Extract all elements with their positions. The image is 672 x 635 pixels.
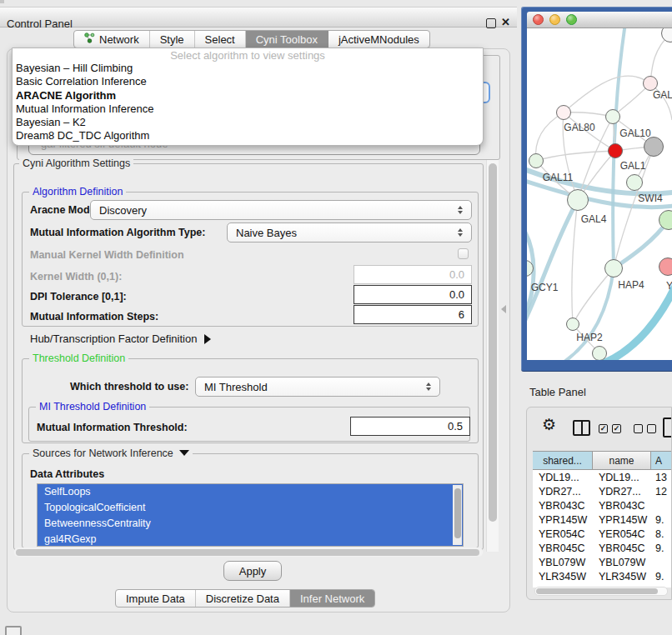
table-row[interactable]: YDL19...YDL19...13 (533, 470, 672, 484)
kernel-width-field[interactable]: 0.0 (354, 265, 472, 284)
network-node[interactable] (608, 143, 623, 158)
network-node[interactable] (592, 346, 607, 360)
table-row[interactable]: YBR045CYBR045C9. (533, 541, 672, 555)
table-row[interactable]: YBL079WYBL079W (533, 555, 672, 569)
attribute-list-item[interactable]: TopologicalCoefficient (38, 500, 463, 516)
collapsed-panel-icon[interactable] (5, 626, 22, 635)
table-row[interactable]: YPR145WYPR145W9. (533, 512, 672, 527)
panel-splitter-handle[interactable] (501, 305, 506, 313)
scrollbar-thumb[interactable] (16, 549, 479, 556)
tab-style[interactable]: Style (150, 31, 195, 48)
network-node[interactable] (644, 137, 664, 157)
network-window[interactable]: GALGAL80GAL10GAL1GAL11SWI4GAL4GCY1HAP4YH… (521, 7, 672, 372)
aracne-mode-combobox[interactable]: Discovery (90, 200, 472, 220)
network-node[interactable] (604, 259, 623, 278)
table-cell: 8. (651, 528, 672, 540)
which-threshold-combobox[interactable]: MI Threshold (195, 377, 440, 397)
table-horizontal-scrollbar[interactable] (534, 587, 668, 596)
corner-splitter-mark (0, 0, 4, 3)
select-all-icon[interactable]: ✓ (612, 424, 621, 433)
network-node[interactable] (605, 109, 620, 124)
column-header-1[interactable]: shared... (533, 452, 593, 469)
data-attributes-list[interactable]: SelfLoopsTopologicalCoefficientBetweenne… (37, 483, 464, 547)
close-window-icon[interactable] (533, 14, 544, 25)
float-window-icon[interactable] (486, 18, 496, 28)
sources-legend: Sources for Network Inference (29, 448, 193, 459)
algorithm-option[interactable]: Mutual Information Inference (13, 102, 483, 116)
scrollbar-thumb[interactable] (536, 588, 658, 594)
table-row[interactable]: YDR27...YDR27...12 (533, 484, 672, 498)
algorithm-option[interactable]: Basic Correlation Inference (13, 75, 483, 88)
table-cell: YER054C (593, 528, 651, 540)
table-cell: YBL079W (593, 557, 651, 568)
select-all-icon[interactable]: ✓ (599, 424, 608, 433)
attribute-list-scrollbar[interactable] (453, 485, 462, 545)
collapse-arrow-icon[interactable] (179, 450, 189, 456)
network-node[interactable] (566, 318, 579, 331)
column-header-3[interactable]: A (651, 452, 672, 469)
algorithm-dropdown-list: Select algorithm to view settings Bayesi… (12, 48, 484, 146)
manual-kernel-checkbox[interactable] (458, 248, 469, 259)
algorithm-option[interactable]: Bayesian – K2 (13, 116, 483, 129)
network-node[interactable] (529, 153, 544, 168)
deselect-all-icon[interactable] (647, 424, 656, 433)
table-cell: YBR045C (533, 542, 593, 554)
dpi-tolerance-label: DPI Tolerance [0,1]: (30, 291, 127, 302)
table-cell: YLR345W (533, 571, 593, 582)
scrollbar-thumb[interactable] (489, 163, 497, 522)
mi-type-combobox[interactable]: Naive Bayes (227, 222, 472, 242)
table-row[interactable]: YLR345WYLR345W9. (533, 569, 672, 583)
expand-arrow-icon[interactable] (204, 334, 211, 344)
hub-definition-expander[interactable]: Hub/Transcription Factor Definition (30, 332, 211, 345)
close-panel-icon[interactable]: ✕ (501, 16, 510, 28)
mi-threshold-field[interactable]: 0.5 (350, 417, 470, 436)
network-node[interactable] (659, 258, 672, 276)
threshold-definition-legend: Threshold Definition (29, 352, 128, 364)
attribute-list-item[interactable]: SelfLoops (38, 484, 463, 500)
algorithm-option[interactable]: ARACNE Algorithm (13, 89, 483, 102)
zoom-window-icon[interactable] (566, 14, 577, 25)
mi-steps-label: Mutual Information Steps: (30, 311, 158, 322)
node-label: GAL10 (619, 128, 650, 139)
table-cell: YBR043C (593, 500, 651, 512)
attribute-list-item[interactable]: gal4RGexp (38, 532, 463, 547)
attribute-list-item[interactable]: BetweennessCentrality (38, 516, 463, 532)
which-threshold-label: Which threshold to use: (70, 381, 188, 392)
dpi-tolerance-field[interactable]: 0.0 (354, 285, 472, 304)
network-view-canvas[interactable]: GALGAL80GAL10GAL1GAL11SWI4GAL4GCY1HAP4YH… (527, 28, 672, 360)
table-cell: YPR145W (593, 514, 651, 526)
algorithm-option[interactable]: Bayesian – Hill Climbing (13, 62, 483, 75)
node-label: GAL (653, 89, 672, 101)
gear-icon[interactable]: ⚙ (542, 415, 556, 434)
tab-impute-data[interactable]: Impute Data (116, 590, 196, 607)
network-node[interactable] (626, 174, 643, 191)
deselect-all-icon[interactable] (634, 424, 643, 433)
table-cell: YLR345W (593, 571, 651, 582)
network-node[interactable] (567, 189, 589, 211)
file-icon[interactable] (663, 418, 672, 438)
algorithm-option[interactable]: Dream8 DC_TDC Algorithm (13, 129, 483, 142)
network-window-titlebar[interactable] (527, 12, 672, 28)
mi-threshold-legend: MI Threshold Definition (36, 401, 149, 412)
tab-infer-network[interactable]: Infer Network (290, 590, 374, 607)
combo-stepper-icon (458, 228, 463, 237)
which-threshold-value: MI Threshold (204, 381, 268, 393)
apply-button[interactable]: Apply (223, 561, 282, 581)
minimize-window-icon[interactable] (549, 14, 560, 25)
table-row[interactable]: YBR043CYBR043C (533, 498, 672, 512)
tab-discretize-data[interactable]: Discretize Data (196, 590, 290, 607)
network-node[interactable] (556, 105, 571, 120)
tab-network[interactable]: Network (74, 31, 150, 48)
tab-jactivemnodules[interactable]: jActiveMNodules (328, 31, 429, 48)
data-attributes-label: Data Attributes (30, 468, 104, 480)
tab-select[interactable]: Select (195, 31, 246, 48)
columns-icon[interactable] (573, 420, 590, 436)
tab-cyni-toolbox[interactable]: Cyni Toolbox (246, 31, 328, 48)
mi-steps-field[interactable]: 6 (354, 305, 472, 324)
scrollbar-thumb[interactable] (454, 488, 461, 538)
column-header-2[interactable]: name (593, 452, 651, 469)
tab-label: jActiveMNodules (339, 33, 419, 46)
table-row[interactable]: YER054CYER054C8. (533, 527, 672, 541)
combo-stepper-icon (458, 206, 463, 214)
table-cell: YDR27... (533, 486, 593, 498)
